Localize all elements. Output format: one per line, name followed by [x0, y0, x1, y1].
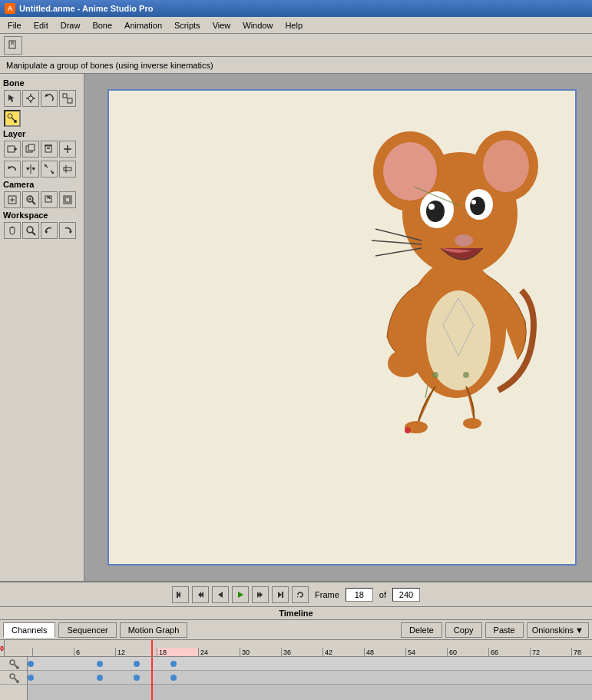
ruler-mark-30: 30 [240, 648, 281, 657]
playhead [151, 640, 153, 656]
keyframe[interactable] [28, 661, 34, 667]
svg-point-75 [388, 350, 422, 377]
layer-tools-row1 [3, 140, 81, 158]
play-btn[interactable] [232, 586, 249, 603]
menu-window[interactable]: Window [236, 19, 279, 32]
delete-button[interactable]: Delete [401, 622, 442, 638]
main-layout: Bone Layer [0, 74, 592, 581]
tab-sequencer[interactable]: Sequencer [58, 622, 116, 638]
menu-file[interactable]: File [2, 19, 28, 32]
ruler-mark-60: 60 [447, 648, 488, 657]
menu-bone[interactable]: Bone [86, 19, 118, 32]
bone-ik-tool[interactable] [4, 110, 21, 127]
onionskins-label: Onionskins [532, 625, 574, 635]
ws-zoom-tool[interactable] [22, 222, 39, 239]
svg-point-71 [455, 234, 473, 247]
layer-add-tool[interactable] [59, 141, 76, 158]
layer-rot-tool[interactable] [4, 161, 21, 177]
keyframe[interactable] [134, 675, 140, 681]
svg-line-74 [375, 248, 422, 256]
ws-redo-tool[interactable] [59, 222, 76, 239]
back-btn[interactable] [212, 586, 229, 603]
svg-point-15 [14, 120, 17, 123]
ws-hand-tool[interactable] [4, 222, 21, 239]
toolbar-new[interactable] [4, 36, 22, 55]
keyframe[interactable] [170, 675, 177, 681]
svg-line-48 [32, 232, 35, 235]
keyframe[interactable] [170, 661, 177, 667]
svg-line-40 [32, 201, 35, 204]
ruler-mark-0 [32, 648, 74, 657]
menu-animation[interactable]: Animation [118, 19, 168, 32]
loop-btn[interactable] [292, 586, 309, 603]
goto-start-btn[interactable] [172, 586, 189, 603]
svg-line-98 [14, 678, 17, 681]
bone-rotate-tool[interactable] [41, 90, 58, 107]
menu-view[interactable]: View [207, 19, 237, 32]
menu-help[interactable]: Help [279, 19, 309, 32]
svg-point-69 [428, 204, 435, 210]
track-row-1[interactable] [28, 657, 592, 671]
menu-draw[interactable]: Draw [55, 19, 87, 32]
cam-pan-tool[interactable] [4, 191, 21, 208]
track-label-1 [0, 657, 27, 671]
tracks-content[interactable] [28, 657, 592, 700]
svg-line-14 [12, 118, 15, 121]
menu-scripts[interactable]: Scripts [168, 19, 207, 32]
bone-translate-tool[interactable] [22, 90, 39, 107]
keyframe[interactable] [28, 675, 34, 681]
svg-marker-29 [31, 168, 35, 171]
copy-button[interactable]: Copy [445, 622, 482, 638]
goto-end-btn[interactable] [272, 586, 289, 603]
ruler-mark-66: 66 [488, 648, 530, 657]
ruler-mark-12: 12 [115, 648, 157, 657]
svg-marker-90 [260, 592, 263, 598]
svg-point-99 [16, 680, 19, 683]
timeline-tabs: Channels Sequencer Motion Graph Delete C… [0, 620, 592, 640]
current-frame-input[interactable] [346, 588, 373, 602]
svg-point-78 [463, 418, 481, 429]
total-frames-input[interactable] [392, 588, 420, 602]
ruler-mark-78: 78 [571, 648, 592, 657]
jerry-svg [345, 114, 560, 436]
svg-point-63 [483, 140, 529, 192]
ruler-mark-48: 48 [364, 648, 405, 657]
step-back-btn[interactable] [192, 586, 209, 603]
svg-marker-87 [218, 592, 223, 598]
layer-flip-tool[interactable] [22, 161, 39, 177]
title-text: Untitled.anme - Anime Studio Pro [19, 4, 153, 13]
layer-delete-tool[interactable] [41, 141, 58, 158]
keyframe[interactable] [97, 661, 103, 667]
cam-zoom-tool[interactable] [22, 191, 39, 208]
ruler-mark-72: 72 [530, 648, 571, 657]
menu-edit[interactable]: Edit [28, 19, 55, 32]
layer-expand-tool[interactable] [41, 161, 58, 177]
keyframe[interactable] [134, 661, 140, 667]
bone-scale-tool[interactable] [59, 90, 76, 107]
status-bar: Manipulate a group of bones (using inver… [0, 57, 592, 74]
keyframe[interactable] [97, 675, 103, 681]
tab-channels[interactable]: Channels [3, 622, 55, 638]
cam-reset-tool[interactable] [59, 191, 76, 208]
svg-point-81 [463, 372, 469, 378]
svg-line-95 [14, 664, 17, 667]
track-labels [0, 657, 28, 700]
canvas-area[interactable] [84, 74, 592, 581]
layer-section-title: Layer [3, 129, 81, 138]
track-row-2[interactable] [28, 671, 592, 685]
svg-point-47 [27, 227, 33, 233]
bone-select-tool[interactable] [4, 90, 21, 107]
layer-copy-tool[interactable] [22, 141, 39, 158]
ws-undo-tool[interactable] [41, 222, 58, 239]
layer-move2-tool[interactable] [59, 161, 76, 177]
paste-button[interactable]: Paste [485, 622, 524, 638]
svg-point-80 [432, 372, 438, 378]
step-fwd-btn[interactable] [252, 586, 269, 603]
onionskins-button[interactable]: Onionskins ▼ [527, 622, 589, 638]
layer-new-tool[interactable] [4, 141, 21, 158]
svg-marker-91 [278, 592, 282, 598]
layer-tools-row2 [3, 160, 81, 178]
cam-rotate-tool[interactable] [41, 191, 58, 208]
svg-point-4 [28, 96, 33, 101]
tab-motion-graph[interactable]: Motion Graph [120, 622, 188, 638]
